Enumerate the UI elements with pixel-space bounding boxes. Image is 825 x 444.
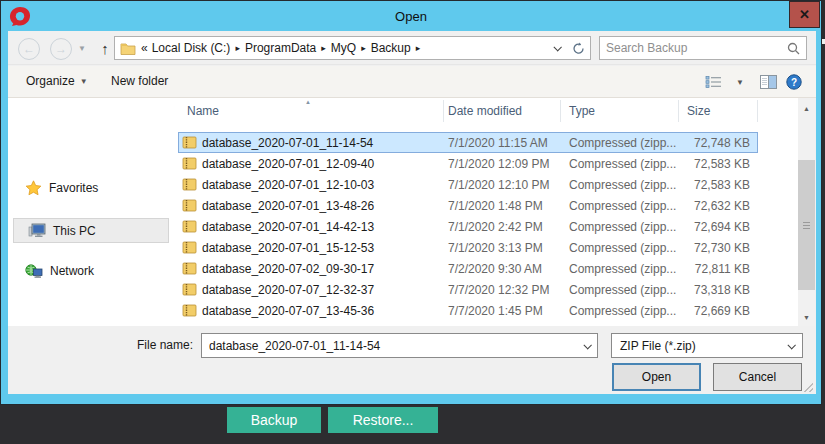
file-type: Compressed (zipp... [561,262,679,276]
cancel-button[interactable]: Cancel [713,363,802,391]
new-folder-button[interactable]: New folder [111,74,168,88]
breadcrumb-separator-icon[interactable]: ▸ [361,43,366,53]
file-type: Compressed (zipp... [561,304,679,318]
file-date: 7/2/2020 9:30 AM [444,262,561,276]
file-date: 7/7/2020 1:45 PM [444,304,561,318]
list-scrollbar[interactable]: ▲ ▼ [798,100,815,326]
breadcrumb-item-myq[interactable]: MyQ [329,41,358,55]
sidebar-item-label: Favorites [49,181,98,195]
sidebar-item-label: This PC [53,224,96,238]
dialog-body: ← → ▼ ↑ « Local Disk (C:) ▸ ProgramData [8,31,816,394]
file-size: 72,811 KB [679,262,758,276]
column-header-type[interactable]: Type [561,100,679,122]
file-date: 7/7/2020 12:32 PM [444,283,561,297]
sidebar-item-network[interactable]: Network [25,260,94,282]
dialog-titlebar: Open ✕ [1,1,821,31]
sidebar-item-label: Network [50,264,94,278]
help-button[interactable]: ? [786,74,802,90]
scrollbar-grip [803,225,810,226]
file-type: Compressed (zipp... [561,283,679,297]
file-size: 72,694 KB [679,220,758,234]
file-date: 7/1/2020 1:48 PM [444,199,561,213]
file-name-dropdown-icon[interactable] [583,341,591,349]
file-row[interactable]: database_2020-07-07_12-32-37 7/7/2020 12… [178,279,758,300]
file-row[interactable]: database_2020-07-01_11-14-54 7/1/2020 11… [178,132,758,153]
file-name-label: File name: [108,338,193,352]
preview-pane-button[interactable] [760,75,777,89]
breadcrumb-separator-icon[interactable]: ▸ [235,43,240,53]
backup-button[interactable]: Backup [227,407,321,433]
breadcrumb-item-programdata[interactable]: ProgramData [243,41,318,55]
breadcrumb-separator-icon[interactable]: ▸ [321,43,326,53]
file-size: 72,583 KB [679,178,758,192]
back-button[interactable]: ← [18,38,40,60]
organize-button[interactable]: Organize ▼ [26,74,88,88]
file-name: database_2020-07-07_12-32-37 [202,283,374,297]
file-name: database_2020-07-01_11-14-54 [202,136,373,150]
file-row[interactable]: database_2020-07-01_14-42-13 7/1/2020 2:… [178,216,758,237]
file-row[interactable]: database_2020-07-01_13-48-26 7/1/2020 1:… [178,195,758,216]
file-type: Compressed (zipp... [561,199,679,213]
search-icon[interactable] [787,42,800,55]
column-header-size[interactable]: Size [679,100,758,122]
sidebar-item-this-pc[interactable]: This PC [13,218,169,243]
address-bar[interactable]: « Local Disk (C:) ▸ ProgramData ▸ MyQ ▸ … [114,36,591,60]
sidebar-item-favorites[interactable]: Favorites [25,177,98,199]
scroll-down-icon[interactable]: ▼ [798,309,815,326]
file-type: Compressed (zipp... [561,241,679,255]
open-button[interactable]: Open [612,363,701,391]
computer-icon [28,223,46,238]
zip-file-icon [182,283,197,296]
file-size: 72,632 KB [679,199,758,213]
breadcrumb-item-backup[interactable]: Backup [369,41,413,55]
file-date: 7/1/2020 11:15 AM [444,136,561,150]
recent-locations-dropdown-icon[interactable]: ▼ [78,44,86,53]
address-dropdown-icon[interactable] [553,43,561,51]
dialog-title: Open [395,9,427,24]
file-row[interactable]: database_2020-07-01_12-09-40 7/1/2020 12… [178,153,758,174]
file-row[interactable]: database_2020-07-02_09-30-17 7/2/2020 9:… [178,258,758,279]
file-size: 72,583 KB [679,157,758,171]
open-dialog: Open ✕ ← → ▼ ↑ « Local Disk [0,0,822,405]
folder-icon [120,42,136,55]
zip-file-icon [182,304,197,317]
forward-button[interactable]: → [50,38,72,60]
command-toolbar: Organize ▼ New folder ▼ [8,66,816,98]
close-button[interactable]: ✕ [789,1,820,28]
change-view-button[interactable] [705,75,722,89]
file-size: 73,318 KB [679,283,758,297]
close-icon: ✕ [799,7,810,22]
new-folder-label: New folder [111,74,168,88]
breadcrumb-overflow[interactable]: « [141,41,148,55]
search-input[interactable] [606,41,787,55]
refresh-icon[interactable] [572,42,585,55]
back-arrow-icon: ← [23,42,35,56]
breadcrumb-separator-icon[interactable]: ▸ [416,43,421,53]
file-row[interactable]: database_2020-07-01_15-12-53 7/1/2020 3:… [178,237,758,258]
zip-file-icon [182,157,197,170]
file-type-select[interactable]: ZIP File (*.zip) [611,333,803,358]
zip-file-icon [182,220,197,233]
organize-dropdown-icon: ▼ [80,77,88,86]
view-dropdown-icon[interactable]: ▼ [736,78,744,87]
column-header-date-modified[interactable]: Date modified [444,100,561,122]
file-row[interactable]: database_2020-07-01_12-10-03 7/1/2020 12… [178,174,758,195]
column-header-name[interactable]: Name [178,100,444,122]
column-header-row: Name Date modified Type Size [178,100,758,122]
scrollbar-thumb[interactable] [798,160,815,290]
scroll-up-icon[interactable]: ▲ [798,100,815,117]
file-name-input[interactable] [209,339,584,353]
file-name: database_2020-07-01_14-42-13 [202,220,374,234]
organize-label: Organize [26,74,75,88]
svg-text:?: ? [791,77,797,88]
breadcrumb-item-local-disk[interactable]: Local Disk (C:) [150,41,233,55]
file-name: database_2020-07-01_12-10-03 [202,178,374,192]
file-date: 7/1/2020 12:09 PM [444,157,561,171]
file-name-combobox [201,333,598,358]
file-row[interactable]: database_2020-07-07_13-45-36 7/7/2020 1:… [178,300,758,321]
restore-button[interactable]: Restore... [328,407,438,433]
resize-grip[interactable] [803,382,813,392]
zip-file-icon [182,178,197,191]
up-button[interactable]: ↑ [95,37,115,59]
file-size: 72,730 KB [679,241,758,255]
